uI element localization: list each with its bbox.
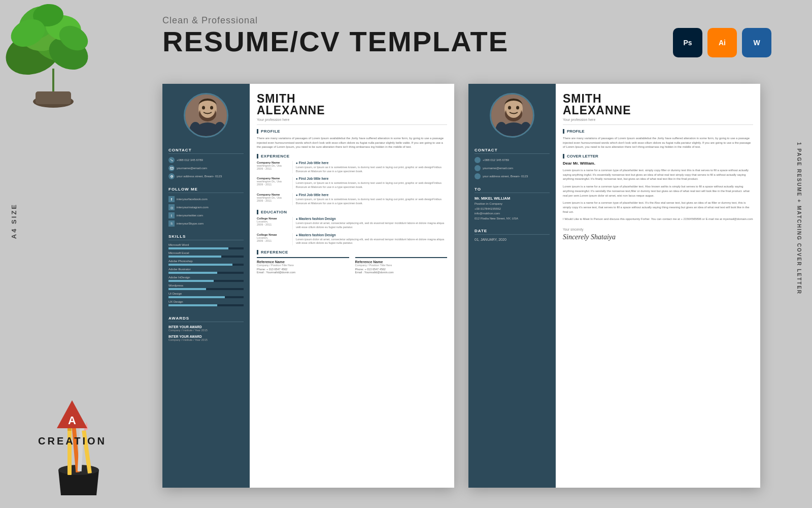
cover-contact-section: CONTACT +088 012 345 6789 yourname@email… (468, 145, 556, 182)
contact-email: yourname@email.com (168, 165, 244, 171)
experience-title: EXPERIENCE (257, 154, 447, 158)
resume-profession: Your profession here (257, 118, 447, 125)
award-item: INTER YOUR AWARD Company / Institute / Y… (168, 325, 244, 332)
reference-section: REFERENCE Reference Name Company / Posit… (257, 250, 447, 274)
svg-point-42 (508, 106, 511, 110)
date-title: DATE (475, 229, 550, 235)
social-section: FOLLOW ME f interyourfacebook.com ◎ inte… (162, 184, 250, 230)
cover-para3: Lorem ipsum is a name for a common type … (563, 201, 753, 214)
reference-item: Reference Name Company / Position Title … (355, 257, 448, 274)
date-value: 01, JANUARY, 2020 (475, 238, 550, 241)
page-header: Clean & Professional RESUME/CV TEMPLATE (162, 15, 509, 57)
svg-text:A: A (69, 414, 77, 427)
skill-item: Wordpress (168, 284, 244, 290)
cover-profile-photo (490, 93, 534, 138)
profile-text: There are many variations of passages of… (257, 136, 447, 149)
cover-sincerely-label: Your sincerely (563, 228, 753, 231)
profile-photo (184, 93, 228, 138)
contact-title: CONTACT (168, 148, 244, 154)
cover-profile-title: PROFILE (563, 129, 753, 134)
skill-item: Adobe Photoshop (168, 260, 244, 266)
cover-main-content: SMITH ALEXANNE Your profession here PROF… (556, 84, 760, 488)
cover-para2: Lorem ipsum is a name for a common type … (563, 184, 753, 198)
profile-section-title: PROFILE (257, 129, 447, 134)
cover-profession: Your profession here (563, 118, 753, 125)
cover-name: SMITH ALEXANNE (563, 93, 753, 116)
resume-main-content: SMITH ALEXANNE Your profession here PROF… (250, 84, 454, 488)
svg-point-31 (202, 106, 205, 110)
cover-letter-title: COVER LETTER (563, 154, 753, 158)
word-icon: W (742, 28, 771, 57)
contact-address: your address street, Bream- 0123 (168, 173, 244, 179)
contact-section: CONTACT +088 012 345 6789 yourname@email… (162, 145, 250, 182)
cover-para4: I Would Like to Meet In Person and discu… (563, 217, 753, 221)
date-section: DATE 01, JANUARY, 2020 (468, 226, 556, 244)
svg-point-38 (506, 102, 521, 118)
illustrator-icon: Ai (707, 28, 737, 57)
cover-letter-page: CONTACT +088 012 345 6789 yourname@email… (468, 84, 760, 488)
experience-item: Company Name washington Dc, Usa 2009 - 2… (257, 161, 447, 173)
awards-section: AWARDS INTER YOUR AWARD Company / Instit… (162, 313, 250, 347)
cover-para1: Lorem ipsum is a name for a common type … (563, 168, 753, 181)
svg-point-43 (516, 106, 519, 110)
header-title: RESUME/CV TEMPLATE (162, 26, 509, 57)
skill-item: UI Design (168, 292, 244, 298)
skill-item: Microsoft Excel (168, 251, 244, 258)
brand-logo: A CREATION (38, 398, 107, 447)
education-title: EDUCATION (257, 210, 447, 214)
profile-section: PROFILE There are many variations of pas… (257, 129, 447, 149)
skills-section: SKILLS Microsoft Word Microsoft Excel Ad… (162, 231, 250, 311)
reference-title: REFERENCE (257, 250, 447, 255)
skill-item: Microsoft Word (168, 243, 244, 249)
cover-dear: Dear Mr. William. (563, 161, 753, 166)
cover-letter-section: COVER LETTER Dear Mr. William. Lorem ips… (563, 154, 753, 241)
page-info-label: 1 PAGE RESUME + MATCHING COVER LETTER (796, 142, 802, 295)
svg-point-27 (200, 102, 215, 118)
cover-contact-title: CONTACT (475, 148, 550, 154)
resume-page-1: CONTACT +088 012 345 6789 yourname@email… (162, 84, 454, 488)
contact-phone: +088 012 345 6789 (168, 157, 244, 163)
plant-decoration (0, 0, 114, 114)
skills-title: SKILLS (168, 234, 244, 240)
brand-name: CREATION (38, 435, 107, 447)
skill-item: Adobe InDesign (168, 276, 244, 282)
education-section: EDUCATION College Nmae Location, 2009 - … (257, 210, 447, 245)
experience-item: Company Name washington Dc, Usa 2009 - 2… (257, 193, 447, 205)
cover-signature: Sincerely Shataiya (563, 233, 753, 241)
svg-rect-1 (36, 91, 71, 104)
education-item: College Nmae Location, 2009 - 2011 ● Mas… (257, 217, 447, 229)
education-item: College Nmae Location, 2009 - 2011 ● Mas… (257, 233, 447, 245)
experience-section: EXPERIENCE Company Name washington Dc, U… (257, 154, 447, 205)
to-name: Mr. MIKEL WILLIAM (475, 196, 550, 201)
resume-sidebar: CONTACT +088 012 345 6789 yourname@email… (162, 84, 250, 488)
to-section: TO Mr. MIKEL WILLIAM Position in Company… (468, 184, 556, 224)
cover-profile-section: PROFILE There are many variations of pas… (563, 129, 753, 149)
skill-item: Adobe Illustrator (168, 268, 244, 274)
svg-point-32 (210, 106, 213, 110)
awards-title: AWARDS (168, 316, 244, 322)
cover-sidebar: CONTACT +088 012 345 6789 yourname@email… (468, 84, 556, 488)
social-title: FOLLOW ME (168, 187, 244, 193)
a4-size-label: A4 SIZE (10, 203, 18, 239)
photoshop-icon: Ps (673, 28, 702, 57)
resume-name: SMITH ALEXANNE (257, 93, 447, 116)
to-title: TO (475, 187, 550, 193)
cover-profile-text: There are many variations of passages of… (563, 136, 753, 149)
header-subtitle: Clean & Professional (162, 15, 509, 26)
reference-item: Reference Name Company / Position Title … (257, 257, 349, 274)
software-icons: Ps Ai W (673, 28, 771, 57)
award-item: INTER YOUR AWARD Company / Institute / Y… (168, 335, 244, 341)
skill-item: UX Design (168, 300, 244, 306)
pages-container: CONTACT +088 012 345 6789 yourname@email… (162, 84, 784, 488)
experience-item: Company Name washington Dc, Usa 2009 - 2… (257, 177, 447, 189)
